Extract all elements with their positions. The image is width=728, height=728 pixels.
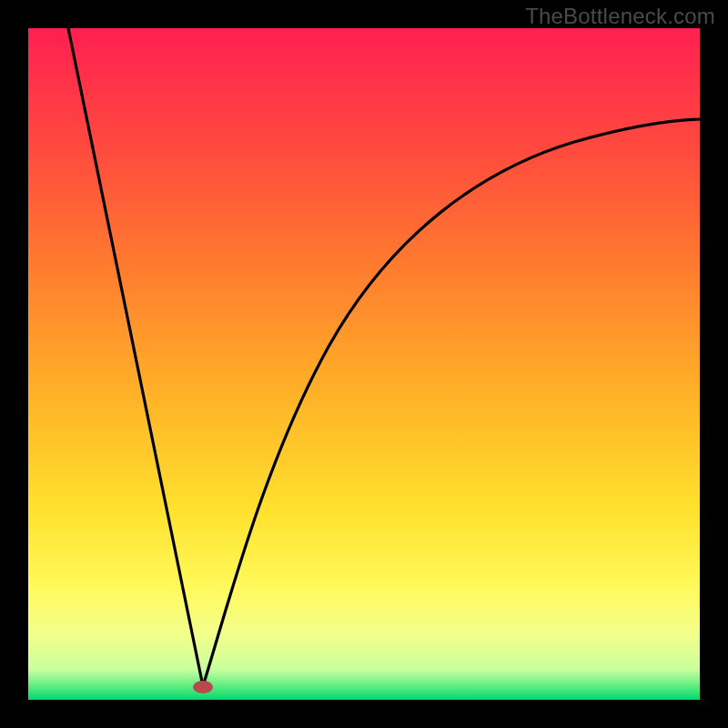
plot-area [28, 28, 700, 700]
chart-svg [28, 28, 700, 700]
minimum-marker [193, 681, 213, 693]
gradient-background [28, 28, 700, 700]
chart-frame: TheBottleneck.com [0, 0, 728, 728]
watermark-text: TheBottleneck.com [525, 4, 715, 29]
